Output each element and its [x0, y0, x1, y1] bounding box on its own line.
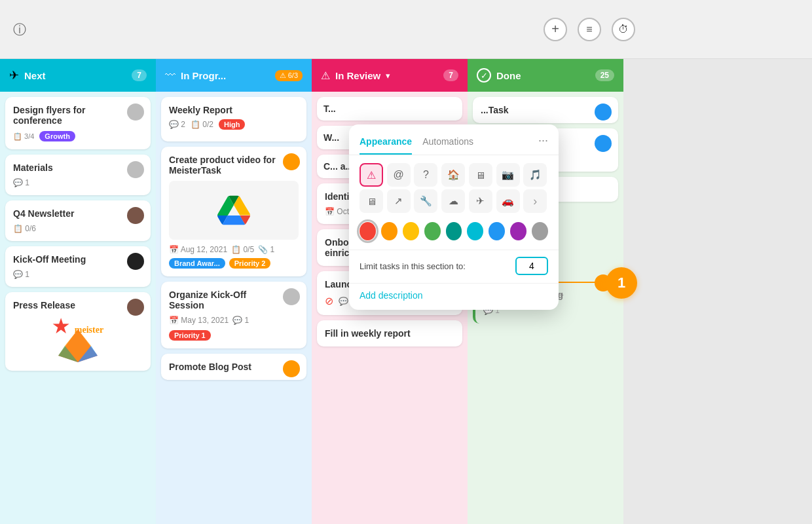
card-design-flyers[interactable]: Design flyers for conference 📋 3/4 Growt…	[5, 97, 151, 149]
avatar	[283, 153, 300, 170]
card-title: Q4 Newsletter	[13, 208, 143, 219]
card-title: T...	[323, 103, 456, 114]
card-title: Weekly Report	[169, 105, 299, 115]
stop-icon: ⊘	[325, 295, 333, 307]
color-purple[interactable]	[510, 222, 526, 240]
limit-label: Limit tasks in this section to:	[360, 261, 509, 271]
card-fill-weekly-report[interactable]: Fill in weekly report	[317, 320, 462, 346]
tab-appearance[interactable]: Appearance	[360, 132, 412, 155]
avatar	[595, 135, 612, 152]
icon-warning[interactable]: ⚠	[360, 163, 383, 187]
icon-home[interactable]: 🏠	[441, 163, 465, 187]
column-done-label: Done	[496, 70, 521, 81]
avatar	[127, 299, 144, 316]
color-yellow[interactable]	[403, 222, 419, 240]
tag-growth: Growth	[39, 131, 75, 141]
icon-camera[interactable]: 📷	[496, 163, 520, 187]
avatar	[127, 207, 144, 224]
tag-priority1: Priority 1	[169, 330, 211, 341]
color-green[interactable]	[424, 222, 441, 240]
card-title: Organize Kick-Off Session	[169, 290, 299, 310]
warning-badge: ⚠6/3	[275, 70, 303, 81]
tag-high: High	[219, 119, 245, 130]
filter-icon[interactable]: ≡	[578, 18, 601, 41]
tag-brand: Brand Awar...	[169, 258, 225, 269]
card-kickoff-meeting[interactable]: Kick-Off Meeting 💬 1	[5, 246, 151, 287]
column-next: ✈ Next 7 Design flyers for conference 📋 …	[0, 59, 156, 524]
icon-tools[interactable]: 🔧	[414, 189, 437, 213]
timer-icon[interactable]: ⏱	[612, 18, 635, 41]
column-next-count: 7	[132, 69, 147, 81]
avatar	[127, 253, 144, 270]
card-title: Promote Blog Post	[169, 362, 299, 372]
icon-monitor[interactable]: 🖥	[469, 163, 492, 187]
color-red[interactable]	[360, 222, 376, 240]
card-product-video[interactable]: Create product video for MeisterTask	[161, 147, 306, 276]
card-weekly-report[interactable]: Weekly Report 💬 2 📋 0/2 High	[161, 97, 306, 141]
tab-automations[interactable]: Automations	[422, 132, 473, 155]
card-q4-newsletter[interactable]: Q4 Newsletter 📋 0/6	[5, 200, 151, 241]
icon-share[interactable]: ↗	[387, 189, 411, 213]
color-blue[interactable]	[489, 222, 505, 240]
column-done-count: 25	[595, 69, 614, 81]
card-title: ...Task	[481, 105, 610, 115]
icon-car[interactable]: 🚗	[496, 189, 520, 213]
appearance-popup: Appearance Automations ··· ⚠ @ ? 🏠 🖥 📷 🎵…	[349, 124, 559, 310]
color-teal[interactable]	[446, 222, 462, 240]
card-t-partial[interactable]: T...	[317, 97, 462, 121]
icon-question[interactable]: ?	[414, 163, 437, 187]
avatar	[127, 103, 144, 121]
card-title: Create product video for MeisterTask	[169, 155, 299, 176]
column-next-label: Next	[24, 70, 46, 81]
avatar	[283, 288, 300, 305]
card-materials[interactable]: Materials 💬 1	[5, 155, 151, 195]
connector-line	[559, 282, 604, 283]
add-icon[interactable]: +	[544, 18, 567, 41]
icon-music[interactable]: 🎵	[523, 163, 547, 187]
column-inprogress-label: In Progr...	[181, 70, 226, 81]
card-title: Kick-Off Meeting	[13, 254, 143, 265]
column-inreview-header: ⚠ In Review ▾ 7	[312, 59, 468, 92]
column-next-header: ✈ Next 7	[0, 59, 156, 92]
column-inprogress: 〰 In Progr... ⚠6/3 Weekly Report 💬 2 📋 0…	[156, 59, 312, 524]
info-icon[interactable]: ⓘ	[13, 21, 26, 39]
color-orange[interactable]	[381, 222, 397, 240]
card-promote-blog[interactable]: Promote Blog Post	[161, 354, 306, 380]
column-inreview-label: In Review	[335, 70, 380, 81]
icon-at[interactable]: @	[387, 163, 411, 187]
icon-desktop[interactable]: 🖥	[360, 189, 383, 213]
color-gray[interactable]	[532, 222, 548, 240]
avatar	[283, 360, 300, 377]
add-description-btn[interactable]: Add description	[349, 283, 559, 310]
column-done-header: ✓ Done 25	[468, 59, 623, 92]
number-badge-1: 1	[606, 267, 637, 299]
avatar	[127, 161, 144, 178]
card-title: Materials	[13, 162, 143, 173]
avatar	[595, 103, 612, 121]
icon-plane[interactable]: ✈	[469, 189, 492, 213]
card-title: Design flyers for conference	[13, 105, 143, 126]
card-title: Press Release	[13, 300, 143, 310]
card-title: Fill in weekly report	[325, 328, 454, 339]
column-inprogress-header: 〰 In Progr... ⚠6/3	[156, 59, 312, 92]
limit-input[interactable]	[515, 257, 548, 275]
tag-priority2: Priority 2	[229, 258, 271, 269]
column-inreview-count: 7	[443, 69, 458, 81]
card-task[interactable]: ...Task	[473, 97, 618, 123]
card-press-release[interactable]: Press Release ★ meister	[5, 292, 151, 371]
card-kickoff-session[interactable]: Organize Kick-Off Session 📅 May 13, 2021…	[161, 282, 306, 348]
more-options-icon[interactable]: ···	[538, 134, 548, 154]
icon-more-chevron[interactable]: ›	[523, 189, 547, 213]
icon-cloud[interactable]: ☁	[441, 189, 465, 213]
color-cyan[interactable]	[467, 222, 483, 240]
